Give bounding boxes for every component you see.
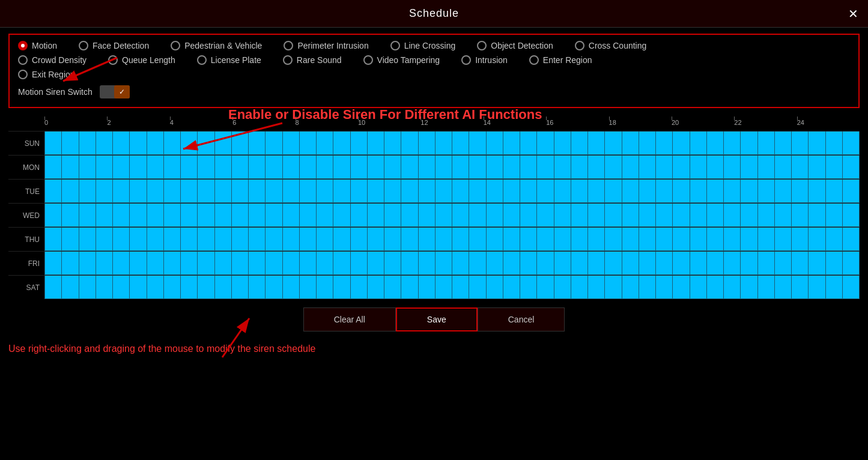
grid-cell[interactable] <box>368 204 384 227</box>
grid-cell[interactable] <box>656 132 673 155</box>
grid-cell[interactable] <box>368 132 384 155</box>
grid-cell[interactable] <box>520 180 537 203</box>
grid-cell[interactable] <box>283 252 300 275</box>
save-button[interactable]: Save <box>396 307 478 331</box>
grid-cell[interactable] <box>673 252 690 275</box>
grid-cell[interactable] <box>487 228 503 251</box>
grid-cell[interactable] <box>520 276 537 299</box>
grid-cell[interactable] <box>843 204 860 227</box>
grid-cell[interactable] <box>164 204 181 227</box>
grid-cell[interactable] <box>639 252 656 275</box>
grid-cell[interactable] <box>164 180 181 203</box>
grid-cell[interactable] <box>571 276 588 299</box>
grid-cell[interactable] <box>469 228 486 251</box>
grid-cell[interactable] <box>826 180 843 203</box>
grid-cell[interactable] <box>775 132 792 155</box>
grid-cell[interactable] <box>690 252 707 275</box>
grid-cells-sat[interactable] <box>44 276 860 299</box>
grid-cell[interactable] <box>368 276 384 299</box>
grid-cell[interactable] <box>537 180 554 203</box>
grid-cell[interactable] <box>300 132 317 155</box>
grid-cell[interactable] <box>283 180 300 203</box>
grid-cell[interactable] <box>62 204 79 227</box>
grid-cell[interactable] <box>452 276 469 299</box>
grid-cell[interactable] <box>690 228 707 251</box>
grid-cell[interactable] <box>96 276 113 299</box>
close-button[interactable]: ✕ <box>848 8 858 20</box>
grid-cell[interactable] <box>45 156 62 179</box>
grid-cell[interactable] <box>622 276 639 299</box>
grid-cells-fri[interactable] <box>44 252 860 275</box>
grid-cell[interactable] <box>198 228 214 251</box>
grid-cell[interactable] <box>775 228 792 251</box>
grid-cell[interactable] <box>317 156 333 179</box>
grid-cell[interactable] <box>368 180 384 203</box>
grid-cell[interactable] <box>147 156 164 179</box>
grid-cell[interactable] <box>520 156 537 179</box>
grid-cell[interactable] <box>215 156 232 179</box>
grid-cell[interactable] <box>62 132 79 155</box>
grid-cell[interactable] <box>571 252 588 275</box>
grid-cell[interactable] <box>605 156 622 179</box>
grid-cell[interactable] <box>164 276 181 299</box>
grid-cell[interactable] <box>707 180 724 203</box>
grid-cell[interactable] <box>639 180 656 203</box>
grid-cell[interactable] <box>232 180 249 203</box>
grid-cell[interactable] <box>368 228 384 251</box>
grid-cell[interactable] <box>537 156 554 179</box>
grid-cell[interactable] <box>741 180 757 203</box>
grid-cell[interactable] <box>537 204 554 227</box>
grid-cell[interactable] <box>792 180 809 203</box>
grid-cell[interactable] <box>436 204 452 227</box>
grid-cell[interactable] <box>79 252 96 275</box>
grid-cell[interactable] <box>758 252 775 275</box>
grid-cell[interactable] <box>758 228 775 251</box>
grid-cell[interactable] <box>554 132 571 155</box>
grid-cell[interactable] <box>520 132 537 155</box>
detection-item-line-crossing[interactable]: Line Crossing <box>390 41 456 50</box>
grid-cell[interactable] <box>384 228 401 251</box>
grid-cell[interactable] <box>487 180 503 203</box>
grid-cell[interactable] <box>215 252 232 275</box>
grid-cell[interactable] <box>503 204 520 227</box>
grid-cell[interactable] <box>690 132 707 155</box>
grid-cell[interactable] <box>419 132 436 155</box>
grid-cell[interactable] <box>333 252 350 275</box>
grid-cell[interactable] <box>724 276 741 299</box>
grid-cell[interactable] <box>215 204 232 227</box>
grid-cell[interactable] <box>164 252 181 275</box>
detection-item-enter-region[interactable]: Enter Region <box>529 55 592 65</box>
grid-cell[interactable] <box>487 276 503 299</box>
grid-cell[interactable] <box>79 156 96 179</box>
grid-cell[interactable] <box>79 204 96 227</box>
grid-cell[interactable] <box>232 252 249 275</box>
grid-cell[interactable] <box>249 204 266 227</box>
detection-item-rare-sound[interactable]: Rare Sound <box>283 55 342 65</box>
grid-cell[interactable] <box>147 228 164 251</box>
grid-cell[interactable] <box>283 228 300 251</box>
grid-cell[interactable] <box>333 204 350 227</box>
grid-cells-tue[interactable] <box>44 180 860 203</box>
grid-cell[interactable] <box>775 252 792 275</box>
grid-cell[interactable] <box>605 252 622 275</box>
grid-cell[interactable] <box>758 156 775 179</box>
grid-cell[interactable] <box>333 180 350 203</box>
grid-cell[interactable] <box>707 252 724 275</box>
grid-cell[interactable] <box>436 132 452 155</box>
grid-cell[interactable] <box>333 156 350 179</box>
grid-cell[interactable] <box>401 252 418 275</box>
grid-cell[interactable] <box>300 156 317 179</box>
grid-cell[interactable] <box>130 156 147 179</box>
grid-cell[interactable] <box>487 132 503 155</box>
grid-cell[interactable] <box>232 132 249 155</box>
grid-cell[interactable] <box>215 132 232 155</box>
grid-cell[interactable] <box>809 180 825 203</box>
grid-cell[interactable] <box>503 252 520 275</box>
grid-cell[interactable] <box>300 252 317 275</box>
grid-cell[interactable] <box>469 204 486 227</box>
grid-cell[interactable] <box>741 228 757 251</box>
grid-cell[interactable] <box>317 228 333 251</box>
grid-cell[interactable] <box>690 180 707 203</box>
grid-cell[interactable] <box>45 204 62 227</box>
grid-cell[interactable] <box>113 204 130 227</box>
